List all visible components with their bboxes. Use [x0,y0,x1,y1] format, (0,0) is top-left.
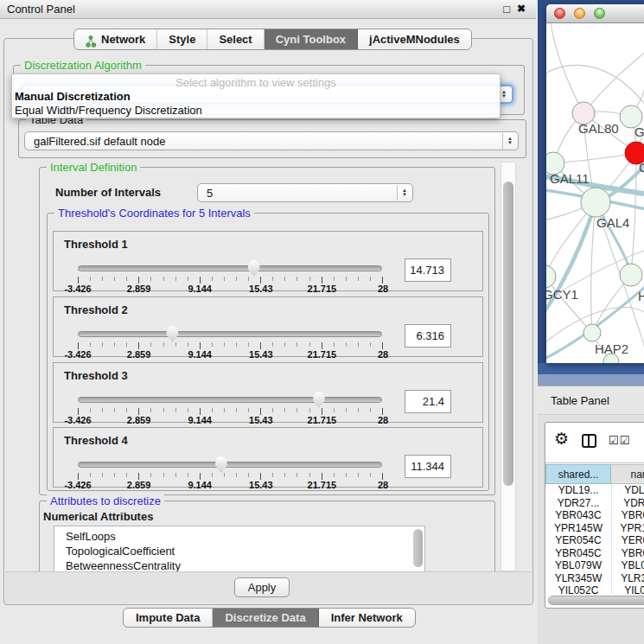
threshold-3-slider[interactable]: -3.4262.8599.14415.4321.71528 [78,392,383,423]
attributes-group: Attributes to discretize Numerical Attri… [39,501,495,571]
table-row[interactable]: YPR145WYPR145W [545,522,644,535]
attribute-item[interactable]: BetweennessCentrality [54,558,424,571]
table-cell[interactable]: YLR345W [611,572,644,585]
thresholds-group: Threshold's Coordinates for 5 Intervals … [47,213,489,491]
table-cell[interactable]: YBR043C [611,509,644,522]
slider-thumb[interactable] [165,326,179,342]
table-cell[interactable]: YPR145W [545,522,611,535]
numerical-attributes-list[interactable]: SelfLoopsTopologicalCoefficientBetweenne… [54,526,425,571]
table-cell[interactable]: YIL052C [611,584,644,595]
table-cell[interactable]: YIL052C [545,584,611,595]
tab-infer-network[interactable]: Infer Network [319,609,415,627]
list-scrollbar[interactable] [413,529,423,567]
scale-tick-label: 15.43 [249,349,273,360]
threshold-3-box: Threshold 3 -3.4262.8599.14415.4321.7152… [53,362,483,423]
table-cell[interactable]: YBR043C [545,509,611,522]
network-node-label: GCY1 [546,287,578,302]
slider-track[interactable] [78,397,382,403]
table-body: YDL19...YDL19...YDR27...YDR27...YBR043CY… [545,484,644,595]
slider-track[interactable] [78,265,382,271]
network-view-window[interactable]: GAL80GCGAL11GAL4GCY1HHAP2 [546,4,644,363]
dropdown-option-manual-discretization[interactable]: Manual Discretization [15,90,497,104]
threshold-2-value-field[interactable]: 6.316 [405,324,451,348]
apply-button[interactable]: Apply [234,577,290,597]
network-window-titlebar[interactable] [546,4,644,23]
threshold-3-value-field[interactable]: 21.4 [405,390,451,413]
scale-tick-label: 28 [378,349,388,360]
network-node[interactable] [620,264,642,286]
table-row[interactable]: YBL079WYBL079W [545,559,644,572]
tab-select[interactable]: Select [207,29,264,49]
network-node[interactable] [583,324,601,341]
threshold-1-box: Threshold 1 -3.4262.8599.14415.4321.7152… [53,231,483,291]
slider-track[interactable] [78,462,382,468]
checkbox-icons[interactable]: ☑☑ [609,434,630,447]
algorithm-dropdown-popup: Select algorithm to view settings Manual… [11,73,501,118]
split-columns-icon[interactable] [582,434,596,448]
threshold-2-slider[interactable]: -3.4262.8599.14415.4321.71528 [78,326,383,357]
table-cell[interactable]: YBL079W [545,559,611,572]
network-canvas[interactable]: GAL80GCGAL11GAL4GCY1HHAP2 [546,23,644,363]
network-node[interactable] [581,188,610,217]
tab-cyni-toolbox[interactable]: Cyni Toolbox [265,29,358,49]
table-cell[interactable]: YER054C [545,534,611,547]
mode-tab-strip: Impute Data Discretize Data Infer Networ… [123,608,416,628]
table-row[interactable]: YLR345WYLR345W [545,572,644,585]
table-toolbar: ⚙ ☑☑ [545,423,644,463]
table-data-combobox[interactable]: galFiltered.sif default node ▲▼ [24,131,519,150]
network-node[interactable] [546,265,556,288]
table-cell[interactable]: YBR045C [545,547,611,560]
table-row[interactable]: YDL19...YDL19... [545,484,644,497]
column-header-shared[interactable]: shared... [545,464,611,484]
scale-tick-label: -3.426 [64,349,91,360]
table-row[interactable]: YBR043CYBR043C [545,509,644,522]
slider-track[interactable] [78,331,382,337]
number-of-intervals-combobox[interactable]: 5 ▲▼ [197,183,413,202]
close-icon[interactable]: ✖ [517,3,526,15]
tab-style[interactable]: Style [157,29,207,49]
apply-footer: Apply [5,571,532,603]
scrollbar-thumb[interactable] [548,596,644,605]
table-cell[interactable]: YBL079W [611,559,644,572]
slider-thumb[interactable] [312,392,326,408]
table-panel-titlebar: Table Panel [538,386,644,415]
table-cell[interactable]: YLR345W [545,572,611,585]
dropdown-option-equal-width[interactable]: Equal Width/Frequency Discretization [15,104,497,118]
table-cell[interactable]: YBR045C [611,547,644,560]
minimize-traffic-light-icon[interactable] [574,8,585,19]
threshold-4-slider[interactable]: -3.4262.8599.14415.4321.71528 [78,456,383,488]
slider-thumb[interactable] [214,456,228,473]
table-horizontal-scrollbar[interactable] [547,595,644,606]
tab-impute-data[interactable]: Impute Data [124,609,213,627]
network-node-label: H [638,289,644,303]
gear-icon[interactable]: ⚙ [554,429,569,449]
float-window-icon[interactable]: □ [503,3,510,16]
tab-discretize-data[interactable]: Discretize Data [213,609,318,627]
attribute-item[interactable]: TopologicalCoefficient [54,544,424,558]
table-row[interactable]: YBR045CYBR045C [545,547,644,560]
settings-vertical-scrollbar[interactable] [501,162,516,571]
attribute-item[interactable]: SelfLoops [54,529,424,544]
slider-ticks [78,342,383,349]
close-traffic-light-icon[interactable] [554,8,565,19]
table-cell[interactable]: YPR145W [611,522,644,535]
table-row[interactable]: YDR27...YDR27... [545,497,644,510]
table-cell[interactable]: YDL19... [545,484,611,497]
screen: { "control_panel": { "title": "Control P… [0,0,644,644]
threshold-1-value-field[interactable]: 14.713 [405,258,451,282]
tab-network[interactable]: Network [74,29,157,49]
table-row[interactable]: YER054CYER054C [545,534,644,547]
table-cell[interactable]: YDR27... [545,497,611,510]
threshold-4-value-field[interactable]: 11.344 [405,455,451,478]
slider-thumb[interactable] [247,260,261,277]
scrollbar-thumb[interactable] [503,182,513,486]
table-cell[interactable]: YDL19... [611,484,644,497]
node-table: ⚙ ☑☑ shared... name YDL19...YDL19...YDR2… [545,422,644,609]
column-header-name[interactable]: name [611,464,644,484]
zoom-traffic-light-icon[interactable] [594,8,605,19]
threshold-1-slider[interactable]: -3.4262.8599.14415.4321.71528 [78,260,383,291]
table-cell[interactable]: YDR27... [611,497,644,510]
tab-jactivemnodules[interactable]: jActiveMNodules [358,29,471,49]
table-cell[interactable]: YER054C [611,534,644,547]
table-row[interactable]: YIL052CYIL052C [545,584,644,595]
